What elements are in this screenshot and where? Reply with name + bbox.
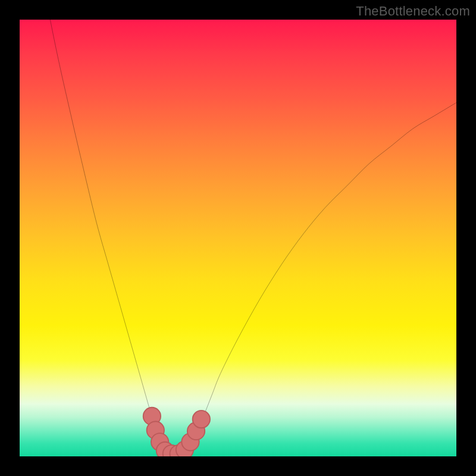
attribution-label: TheBottleneck.com: [356, 4, 470, 19]
chart-overlay: [20, 20, 456, 456]
chart-marker: [193, 411, 210, 428]
chart-markers: [143, 408, 210, 456]
bottleneck-curve: [20, 20, 456, 455]
chart-frame: TheBottleneck.com: [0, 0, 476, 476]
